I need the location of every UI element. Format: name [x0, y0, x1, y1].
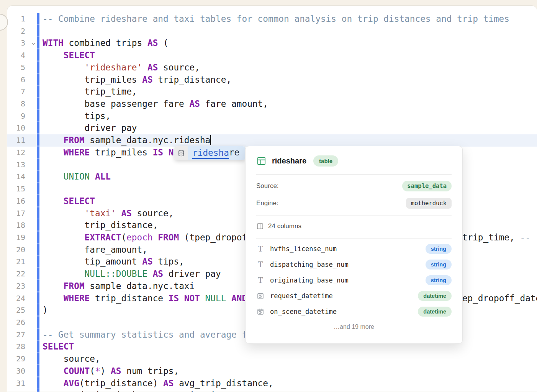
change-accent-bar	[37, 232, 39, 244]
line-number: 24	[7, 292, 37, 305]
source-value-badge: sample_data	[402, 181, 452, 191]
code-line[interactable]: 7 trip_time,	[7, 86, 537, 98]
code-text: 'rideshare' AS source,	[39, 62, 537, 74]
column-row: Thvfhs_license_numstring	[256, 243, 452, 254]
code-text: -- Combine rideshare and taxi tables for…	[39, 13, 537, 25]
change-accent-bar	[37, 341, 39, 353]
line-number: 10	[7, 122, 37, 134]
line-number: 5	[7, 62, 37, 74]
line-number: 25	[7, 304, 37, 317]
line-number: 13	[7, 159, 37, 171]
engine-label: Engine:	[256, 199, 278, 207]
line-number: 22	[7, 268, 37, 280]
change-accent-bar	[37, 219, 39, 232]
line-number: 23	[7, 280, 37, 292]
change-accent-bar	[37, 268, 39, 280]
change-accent-bar	[37, 122, 39, 134]
line-number: 1	[7, 13, 37, 25]
fold-chevron-icon[interactable]	[31, 41, 35, 45]
code-line[interactable]: 31 AVG(trip_distance) AS avg_trip_distan…	[7, 377, 537, 390]
code-line[interactable]: 1-- Combine rideshare and taxi tables fo…	[7, 13, 537, 25]
change-accent-bar	[37, 147, 39, 159]
divider	[256, 238, 452, 238]
code-line[interactable]: 6 trip_miles AS trip_distance,	[7, 74, 537, 86]
change-accent-bar	[37, 317, 39, 329]
code-line[interactable]: 4 SELECT	[7, 49, 537, 62]
line-number: 28	[7, 341, 37, 353]
change-accent-bar	[37, 280, 39, 292]
code-text: SELECT	[39, 49, 537, 62]
line-number: 20	[7, 244, 37, 256]
column-name: dispatching_base_num	[270, 261, 349, 268]
change-accent-bar	[37, 13, 39, 25]
change-accent-bar	[37, 353, 39, 365]
columns-icon	[256, 222, 264, 230]
line-number: 12	[7, 147, 37, 159]
text-icon: T	[256, 261, 265, 268]
columns-count: 24 columns	[268, 222, 301, 230]
code-line[interactable]: 32 AVG(trip_time) AS avg_trip_time,	[7, 389, 537, 392]
code-line[interactable]: 10 driver_pay	[7, 122, 537, 134]
column-type-badge: datetime	[418, 291, 452, 301]
more-columns: …and 19 more	[256, 323, 452, 330]
code-text: AVG(trip_distance) AS avg_trip_distance,	[39, 377, 537, 390]
datetime-icon	[256, 308, 265, 315]
column-row: Tdispatching_base_numstring	[256, 259, 452, 270]
line-number: 32	[7, 389, 37, 392]
popover-header: rideshare table	[256, 154, 452, 168]
code-text: driver_pay	[39, 122, 537, 134]
line-number: 11	[7, 134, 37, 147]
line-number: 14	[7, 171, 37, 183]
text-icon: T	[256, 245, 265, 253]
code-line[interactable]: 9 tips,	[7, 110, 537, 122]
change-accent-bar	[37, 183, 39, 195]
columns-count-row: 24 columns	[256, 221, 452, 232]
change-accent-bar	[37, 134, 39, 147]
autocomplete-suggestion[interactable]: rideshare	[174, 146, 246, 160]
popover-title: rideshare	[272, 157, 306, 165]
code-text: source,	[39, 353, 537, 365]
divider	[256, 174, 452, 175]
column-name: hvfhs_license_num	[270, 245, 337, 253]
change-accent-bar	[37, 207, 39, 220]
change-accent-bar	[37, 292, 39, 305]
change-accent-bar	[37, 304, 39, 317]
divider	[256, 216, 452, 216]
line-number: 27	[7, 329, 37, 341]
change-accent-bar	[37, 389, 39, 392]
suggestion-label: rideshare	[188, 146, 246, 160]
line-number: 3	[7, 37, 37, 49]
table-type-badge: table	[313, 155, 338, 167]
code-text: trip_time,	[39, 86, 537, 98]
database-icon	[174, 146, 188, 160]
change-accent-bar	[37, 377, 39, 390]
line-number: 18	[7, 219, 37, 232]
code-line[interactable]: 29 source,	[7, 353, 537, 365]
code-line[interactable]: 5 'rideshare' AS source,	[7, 62, 537, 74]
code-line[interactable]: 11 FROM sample_data.nyc.ridesha	[7, 134, 537, 147]
change-accent-bar	[37, 110, 39, 122]
code-text: trip_miles AS trip_distance,	[39, 74, 537, 86]
code-line[interactable]: 8 base_passenger_fare AS fare_amount,	[7, 98, 537, 110]
code-line[interactable]: 3WITH combined_trips AS (	[7, 37, 537, 49]
text-caret	[210, 135, 211, 145]
change-accent-bar	[37, 49, 39, 62]
line-number: 16	[7, 195, 37, 207]
line-number: 9	[7, 110, 37, 122]
columns-list: Thvfhs_license_numstringTdispatching_bas…	[256, 243, 452, 317]
code-line[interactable]: 30 COUNT(*) AS num_trips,	[7, 365, 537, 377]
change-accent-bar	[37, 171, 39, 183]
source-row: Source: sample_data	[256, 180, 452, 192]
source-label: Source:	[256, 182, 279, 190]
engine-value-badge: motherduck	[406, 198, 452, 209]
code-line[interactable]: 2	[7, 25, 537, 38]
code-text: WITH combined_trips AS (	[39, 37, 537, 49]
change-accent-bar	[37, 256, 39, 268]
line-number: 31	[7, 377, 37, 390]
suggestion-match-text: ridesha	[192, 148, 229, 159]
change-accent-bar	[37, 244, 39, 256]
line-number: 29	[7, 353, 37, 365]
change-accent-bar	[37, 86, 39, 98]
column-name: originating_base_num	[270, 276, 349, 284]
column-name: on_scene_datetime	[270, 308, 337, 315]
